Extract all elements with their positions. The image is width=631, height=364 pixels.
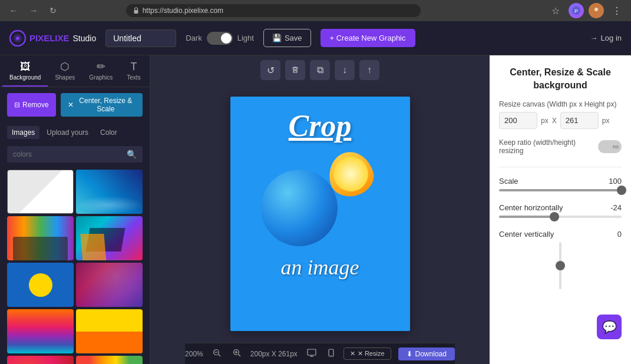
center-button[interactable]: ✕ Center, Resize & Scale — [61, 93, 143, 117]
center-h-value: -24 — [610, 203, 622, 212]
lock-icon — [133, 7, 139, 14]
sidebar-tab-texts[interactable]: T Texts — [120, 56, 147, 87]
center-h-section: Center horizontally -24 — [499, 203, 622, 218]
center-v-track[interactable] — [559, 242, 561, 289]
gallery-image-9[interactable] — [7, 356, 74, 364]
title-input[interactable] — [105, 29, 176, 47]
center-v-track-container — [499, 242, 622, 289]
scale-thumb[interactable] — [617, 186, 626, 195]
delete-button[interactable] — [285, 60, 305, 80]
gallery-image-5[interactable] — [7, 263, 74, 307]
gallery-image-6[interactable] — [76, 263, 143, 307]
profile-avatar[interactable] — [589, 3, 604, 18]
login-button[interactable]: → Log in — [590, 34, 622, 42]
scale-value: 100 — [609, 177, 622, 186]
download-button[interactable]: ⬇ Download — [398, 348, 455, 360]
back-button[interactable]: ← — [6, 5, 21, 16]
sidebar-tab-label: Graphics — [89, 74, 113, 81]
canvas-toolbar: ↺ ⧉ ↓ ↑ — [251, 55, 389, 85]
sub-tabs: Images Upload yours Color — [0, 123, 150, 143]
orange-half — [324, 147, 378, 201]
chat-bubble[interactable]: 💬 — [597, 315, 622, 339]
gallery-image-8[interactable] — [76, 309, 143, 353]
undo-button[interactable]: ↺ — [260, 60, 280, 80]
orange-fruit — [329, 152, 379, 196]
svg-rect-16 — [308, 349, 316, 355]
create-button[interactable]: + Create New Graphic — [321, 29, 415, 47]
keep-ratio-row: Keep ratio (width/height) resizing — [499, 138, 622, 155]
center-h-row: Center horizontally -24 — [499, 203, 622, 212]
scale-track[interactable] — [499, 189, 622, 191]
gallery-image-4[interactable] — [76, 216, 143, 260]
sidebar-tab-background[interactable]: 🖼 Background — [2, 56, 48, 87]
desktop-icon — [307, 349, 316, 357]
mobile-icon — [328, 349, 334, 357]
resize-button[interactable]: ✕ ✕ Resize — [343, 348, 391, 360]
logo: PIXELIXE Studio — [9, 30, 96, 47]
theme-switch[interactable] — [207, 32, 233, 45]
save-icon: 💾 — [272, 34, 282, 42]
search-bar: 🔍 — [7, 146, 143, 163]
sidebar-tab-graphics[interactable]: ✏ Graphics — [82, 55, 120, 87]
menu-button[interactable]: ⋮ — [609, 2, 625, 19]
resize-icon: ✕ — [350, 350, 355, 358]
star-button[interactable]: ☆ — [547, 2, 564, 19]
center-h-thumb[interactable] — [550, 212, 559, 221]
texts-icon: T — [130, 61, 137, 73]
gallery-image-3[interactable] — [7, 216, 74, 260]
sidebar-tabs: 🖼 Background ⬡ Shapes ✏ Graphics T Texts… — [0, 55, 150, 87]
subtab-color[interactable]: Color — [95, 126, 122, 139]
height-input[interactable] — [560, 112, 599, 129]
zoom-out-button[interactable] — [210, 348, 223, 360]
width-input[interactable] — [499, 112, 537, 129]
blue-fruit — [261, 170, 338, 246]
logo-brand: PIXELIXE — [29, 33, 70, 43]
gallery-image-10[interactable] — [76, 356, 143, 364]
svg-rect-0 — [134, 10, 138, 14]
desktop-view-button[interactable] — [305, 348, 319, 360]
canvas-frame[interactable]: Crop an image — [230, 97, 410, 331]
subtab-images[interactable]: Images — [7, 126, 39, 139]
left-sidebar: 🖼 Background ⬡ Shapes ✏ Graphics T Texts… — [0, 55, 150, 364]
center-v-label: Center vertically — [499, 230, 554, 239]
mobile-view-button[interactable] — [326, 348, 336, 360]
gallery-image-2[interactable] — [76, 170, 143, 214]
dark-label: Dark — [186, 34, 201, 42]
sidebar-tab-label: Texts — [127, 74, 140, 81]
refresh-button[interactable]: ↻ — [46, 5, 60, 16]
subtab-upload[interactable]: Upload yours — [42, 126, 93, 139]
sidebar-tab-shapes[interactable]: ⬡ Shapes — [48, 55, 82, 87]
url-text: https://studio.pixelixe.com — [143, 6, 223, 15]
center-v-row: Center vertically 0 — [499, 230, 622, 239]
save-button[interactable]: 💾 Save — [263, 29, 311, 47]
light-label: Light — [237, 34, 254, 42]
center-v-thumb[interactable] — [556, 261, 565, 270]
move-down-button[interactable]: ↓ — [335, 60, 355, 80]
gallery-image-1[interactable] — [7, 170, 74, 214]
move-up-button[interactable]: ↑ — [359, 60, 379, 80]
orange-inner — [329, 153, 372, 195]
extension-avatar: P — [569, 3, 584, 18]
panel-subtitle: background — [499, 80, 622, 91]
divider-1 — [499, 167, 622, 167]
search-input[interactable] — [13, 150, 123, 158]
fruit-wrapper — [261, 152, 379, 246]
canvas-wrapper: Crop an image — [230, 85, 410, 343]
scale-row: Scale 100 — [499, 177, 622, 186]
background-icon: 🖼 — [20, 61, 31, 73]
browser-actions: ☆ P ⋮ — [547, 2, 625, 19]
forward-button[interactable]: → — [26, 5, 41, 16]
px2-label: px — [602, 117, 610, 125]
keep-ratio-toggle[interactable] — [598, 140, 622, 153]
center-h-track[interactable] — [499, 216, 622, 218]
resize-inputs: px X px — [499, 112, 622, 129]
copy-button[interactable]: ⧉ — [310, 60, 330, 80]
svg-line-13 — [238, 355, 240, 357]
zoom-in-button[interactable] — [230, 348, 243, 360]
canvas-text-bottom: an image — [230, 255, 410, 280]
remove-button[interactable]: ⊟ Remove — [7, 93, 56, 117]
canvas-dimensions: 200px X 261px — [250, 350, 298, 358]
svg-line-10 — [218, 355, 220, 357]
gallery-image-7[interactable] — [7, 309, 74, 353]
theme-toggle: Dark Light — [186, 32, 254, 45]
